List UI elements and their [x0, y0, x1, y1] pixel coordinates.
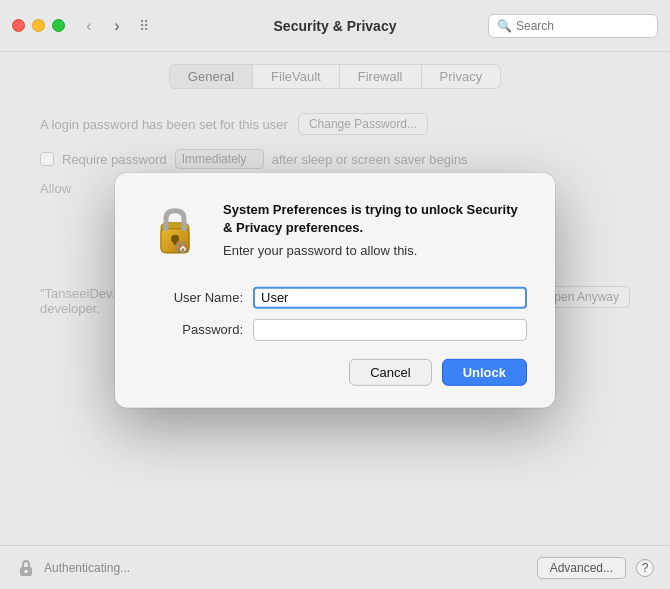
dialog-title: System Preferences is trying to unlock S… [223, 200, 527, 236]
grid-icon[interactable]: ⠿ [139, 18, 149, 34]
password-label: Password: [143, 322, 243, 337]
username-row: User Name: [143, 286, 527, 308]
username-input[interactable] [253, 286, 527, 308]
dialog-form: User Name: Password: [143, 286, 527, 340]
username-label: User Name: [143, 290, 243, 305]
unlock-button[interactable]: Unlock [442, 358, 527, 385]
search-box[interactable]: 🔍 [488, 14, 658, 38]
search-icon: 🔍 [497, 19, 512, 33]
svg-point-7 [25, 570, 28, 573]
svg-text:🏠: 🏠 [178, 242, 188, 252]
minimize-button[interactable] [32, 19, 45, 32]
unlock-dialog: 🏠 System Preferences is trying to unlock… [115, 172, 555, 407]
traffic-lights [12, 19, 65, 32]
nav-buttons: ‹ › [77, 14, 129, 38]
dialog-subtitle: Enter your password to allow this. [223, 243, 527, 258]
zoom-button[interactable] [52, 19, 65, 32]
advanced-button[interactable]: Advanced... [537, 557, 626, 579]
dialog-header: 🏠 System Preferences is trying to unlock… [143, 200, 527, 264]
padlock-mini-icon [16, 558, 36, 578]
dialog-buttons: Cancel Unlock [143, 358, 527, 385]
cancel-button[interactable]: Cancel [349, 358, 431, 385]
lock-icon: 🏠 [143, 200, 207, 264]
dialog-text-block: System Preferences is trying to unlock S… [223, 200, 527, 264]
password-row: Password: [143, 318, 527, 340]
back-button[interactable]: ‹ [77, 14, 101, 38]
title-bar: ‹ › ⠿ Security & Privacy 🔍 [0, 0, 670, 52]
search-input[interactable] [516, 19, 649, 33]
help-button[interactable]: ? [636, 559, 654, 577]
auth-indicator: Authenticating... [16, 558, 130, 578]
window-title: Security & Privacy [274, 18, 397, 34]
bottom-bar: Authenticating... Advanced... ? [0, 545, 670, 589]
close-button[interactable] [12, 19, 25, 32]
forward-button[interactable]: › [105, 14, 129, 38]
password-input[interactable] [253, 318, 527, 340]
auth-text: Authenticating... [44, 561, 130, 575]
